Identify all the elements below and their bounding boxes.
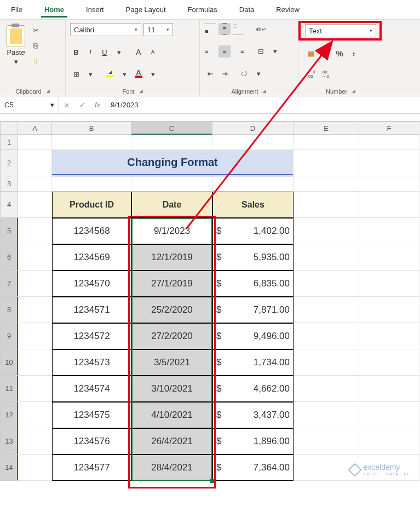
cell-e8[interactable] <box>294 297 359 323</box>
cell-sales-5[interactable]: $1,402.00 <box>212 218 294 244</box>
align-right-button[interactable]: ≡ <box>233 45 245 58</box>
dialog-launcher-icon[interactable]: ◢ <box>139 88 143 95</box>
cell-d1[interactable] <box>212 135 294 150</box>
dialog-launcher-icon[interactable]: ◢ <box>352 88 355 95</box>
col-header-d[interactable]: D <box>212 122 294 135</box>
cell-date-7[interactable]: 27/1/2019 <box>131 271 212 297</box>
cell-sales-13[interactable]: $1,896.00 <box>212 428 294 455</box>
cell-product-id-14[interactable]: 1234577 <box>52 455 131 481</box>
cell-a1[interactable] <box>18 135 52 150</box>
row-header-3[interactable]: 3 <box>0 176 18 192</box>
fill-color-button[interactable] <box>104 68 116 80</box>
cut-button[interactable] <box>30 24 42 36</box>
col-header-c[interactable]: C <box>131 122 212 135</box>
percent-button[interactable] <box>333 48 346 60</box>
row-header-8[interactable]: 8 <box>0 297 18 323</box>
cell-date-9[interactable]: 27/2/2020 <box>131 323 212 349</box>
cell-date-12[interactable]: 4/10/2021 <box>131 402 212 428</box>
cell-sales-14[interactable]: $7,364.00 <box>212 455 294 481</box>
cell-e9[interactable] <box>294 323 359 349</box>
tab-review[interactable]: Review <box>273 3 303 16</box>
cell-sales-6[interactable]: $5,935.00 <box>212 244 294 271</box>
cell-a10[interactable] <box>18 349 52 376</box>
cell-f6[interactable] <box>359 244 419 271</box>
cell-e11[interactable] <box>294 376 359 402</box>
align-center-button[interactable]: ≡ <box>218 45 231 58</box>
cell-f12[interactable] <box>359 402 419 428</box>
chevron-down-icon[interactable] <box>147 68 159 80</box>
decrease-font-button[interactable] <box>147 46 159 58</box>
cell-sales-8[interactable]: $7,871.00 <box>212 297 294 323</box>
number-format-dropdown[interactable]: Text <box>305 24 376 37</box>
cell-e7[interactable] <box>294 271 359 297</box>
fx-button[interactable]: fx <box>90 101 105 109</box>
cell-product-id-5[interactable]: 1234568 <box>52 218 131 244</box>
cell-e6[interactable] <box>294 244 359 271</box>
cell-e10[interactable] <box>294 349 359 376</box>
align-top-button[interactable]: ‾‾‾ ≡ <box>204 23 216 35</box>
row-header-14[interactable]: 14 <box>0 455 18 481</box>
cell-sales-7[interactable]: $6,835.00 <box>212 271 294 297</box>
align-bottom-button[interactable]: ≡ ___ <box>233 23 245 35</box>
title-cell[interactable]: Changing Format <box>52 150 294 176</box>
col-header-b[interactable]: B <box>52 122 131 135</box>
tab-insert[interactable]: Insert <box>83 3 107 16</box>
chevron-down-icon[interactable] <box>118 68 130 80</box>
cell-b3[interactable] <box>52 176 131 192</box>
cell-a2[interactable] <box>18 150 52 176</box>
row-header-5[interactable]: 5 <box>0 218 18 244</box>
tab-file[interactable]: File <box>8 3 26 16</box>
row-header-7[interactable]: 7 <box>0 271 18 297</box>
name-box[interactable]: C5 <box>0 96 59 113</box>
row-header-2[interactable]: 2 <box>0 150 18 176</box>
cell-sales-10[interactable]: $1,734.00 <box>212 349 294 376</box>
borders-button[interactable] <box>70 68 82 80</box>
cell-date-8[interactable]: 25/2/2020 <box>131 297 212 323</box>
copy-button[interactable] <box>30 39 42 51</box>
cell-a8[interactable] <box>18 297 52 323</box>
cell-a13[interactable] <box>18 428 52 455</box>
cell-sales-12[interactable]: $3,437.00 <box>212 402 294 428</box>
cell-date-5[interactable]: 9/1/2023 <box>131 218 212 244</box>
cancel-button[interactable]: × <box>59 100 74 110</box>
align-middle-button[interactable]: ─ ≡ ─ <box>218 23 231 35</box>
cell-c1[interactable] <box>131 135 212 150</box>
cell-f5[interactable] <box>359 218 419 244</box>
cell-product-id-10[interactable]: 1234573 <box>52 349 131 376</box>
col-header-a[interactable]: A <box>18 122 52 135</box>
cell-e1[interactable] <box>294 135 359 150</box>
cell-f4[interactable] <box>359 192 419 218</box>
cell-sales-11[interactable]: $4,662.00 <box>212 376 294 402</box>
cell-a3[interactable] <box>18 176 52 192</box>
cell-e13[interactable] <box>294 428 359 455</box>
enter-button[interactable]: ✓ <box>74 101 90 109</box>
cell-a5[interactable] <box>18 218 52 244</box>
italic-button[interactable]: I <box>84 46 96 58</box>
orientation-button[interactable] <box>238 67 250 79</box>
cell-f1[interactable] <box>359 135 419 150</box>
cell-c3[interactable] <box>131 176 212 192</box>
tab-formulas[interactable]: Formulas <box>185 3 221 16</box>
cell-e4[interactable] <box>294 192 359 218</box>
format-painter-button[interactable] <box>30 55 42 67</box>
cell-product-id-6[interactable]: 1234569 <box>52 244 131 271</box>
row-header-12[interactable]: 12 <box>0 402 18 428</box>
cell-product-id-13[interactable]: 1234576 <box>52 428 131 455</box>
cell-e3[interactable] <box>294 176 359 192</box>
font-color-button[interactable] <box>133 68 145 80</box>
formula-bar[interactable]: 9/1/2023 <box>105 101 420 109</box>
fill-handle[interactable] <box>210 479 215 483</box>
cell-date-6[interactable]: 12/1/2019 <box>131 244 212 271</box>
chevron-down-icon[interactable] <box>252 67 264 79</box>
cell-f3[interactable] <box>359 176 419 192</box>
chevron-down-icon[interactable] <box>319 48 331 60</box>
decrease-decimal-button[interactable] <box>319 68 331 81</box>
row-header-1[interactable]: 1 <box>0 135 18 150</box>
increase-font-button[interactable] <box>133 46 145 58</box>
accounting-format-button[interactable] <box>305 48 317 60</box>
dialog-launcher-icon[interactable]: ◢ <box>262 88 266 95</box>
cell-a7[interactable] <box>18 271 52 297</box>
header-sales[interactable]: Sales <box>212 192 294 218</box>
col-header-f[interactable]: F <box>359 122 419 135</box>
cell-a6[interactable] <box>18 244 52 271</box>
